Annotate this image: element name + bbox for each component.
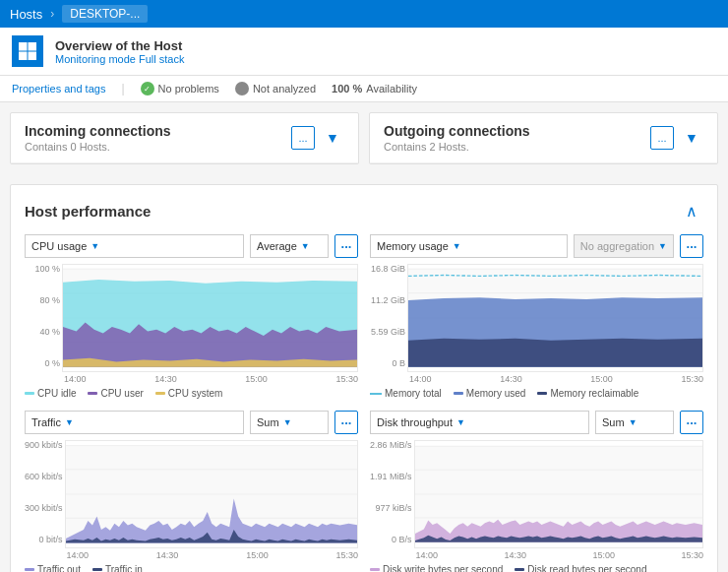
host-mode: Monitoring mode Full stack: [55, 53, 184, 65]
outgoing-info: Outgoing connections Contains 2 Hosts.: [384, 123, 530, 153]
cpu-agg-arrow: ▼: [301, 241, 310, 251]
outgoing-collapse-button[interactable]: ▼: [680, 126, 703, 150]
traffic-chart-wrap: 900 kbit/s 600 kbit/s 300 kbit/s 0 bit/s: [25, 440, 358, 560]
incoming-collapse-button[interactable]: ▼: [321, 126, 344, 150]
charts-grid: CPU usage ▼ Average ▼ ··· 100 % 80 % 40 …: [25, 234, 703, 572]
disk-more-button[interactable]: ···: [680, 411, 703, 434]
perf-header: Host performance ∧: [25, 199, 703, 222]
memory-reclaimable-color: [537, 392, 547, 395]
cpu-select-arrow: ▼: [91, 241, 99, 251]
traffic-out-legend: Traffic out: [25, 564, 81, 572]
disk-y-labels: 2.86 MiB/s 1.91 MiB/s 977 kiB/s 0 B/s: [370, 440, 412, 560]
cpu-chart-wrap: 100 % 80 % 40 % 0 %: [25, 264, 358, 384]
traffic-chart-inner: 14:00 14:30 15:00 15:30: [65, 440, 358, 560]
memory-chart-container: Memory usage ▼ No aggregation ▼ ··· 16.8…: [370, 234, 703, 399]
traffic-in-color: [92, 568, 102, 571]
disk-select-arrow: ▼: [456, 417, 465, 427]
memory-chart-wrap: 16.8 GiB 11.2 GiB 5.59 GiB 0 B: [370, 264, 703, 384]
outgoing-title: Outgoing connections: [384, 123, 530, 139]
traffic-metric-select[interactable]: Traffic ▼: [25, 411, 244, 434]
outgoing-actions: ... ▼: [650, 126, 703, 150]
hosts-title[interactable]: Hosts: [10, 7, 42, 22]
traffic-agg-select[interactable]: Sum ▼: [250, 411, 329, 434]
cpu-system-legend: CPU system: [155, 388, 223, 399]
memory-chart-inner: 14:00 14:30 15:00 15:30: [407, 264, 703, 384]
traffic-chart-controls: Traffic ▼ Sum ▼ ···: [25, 411, 358, 434]
traffic-in-legend: Traffic in: [92, 564, 143, 572]
svg-rect-3: [29, 52, 37, 61]
cpu-user-legend: CPU user: [88, 388, 143, 399]
disk-write-color: [370, 568, 380, 571]
green-dot-icon: [141, 82, 154, 95]
memory-select-arrow: ▼: [453, 241, 461, 251]
top-navigation: Hosts › DESKTOP-...: [0, 0, 728, 28]
disk-agg-select[interactable]: Sum ▼: [595, 411, 674, 434]
cpu-metric-select[interactable]: CPU usage ▼: [25, 234, 244, 258]
cpu-y-labels: 100 % 80 % 40 % 0 %: [25, 264, 60, 384]
outgoing-subtitle: Contains 2 Hosts.: [384, 141, 530, 153]
memory-agg-select[interactable]: No aggregation ▼: [574, 234, 674, 258]
memory-chart-controls: Memory usage ▼ No aggregation ▼ ···: [370, 234, 703, 258]
perf-collapse-button[interactable]: ∧: [680, 199, 703, 222]
disk-x-labels: 14:00 14:30 15:00 15:30: [414, 550, 703, 560]
host-name: Overview of the Host: [55, 38, 184, 53]
cpu-chart-inner: 14:00 14:30 15:00 15:30: [62, 264, 358, 384]
memory-y-labels: 16.8 GiB 11.2 GiB 5.59 GiB 0 B: [370, 264, 405, 384]
host-details: Overview of the Host Monitoring mode Ful…: [55, 38, 184, 65]
cpu-x-labels: 14:00 14:30 15:00 15:30: [62, 374, 358, 384]
traffic-out-color: [25, 568, 34, 571]
incoming-connections-card: Incoming connections Contains 0 Hosts. .…: [10, 112, 359, 164]
svg-rect-1: [29, 42, 37, 51]
status-bar: Properties and tags | No problems Not an…: [0, 76, 728, 102]
memory-x-labels: 14:00 14:30 15:00 15:30: [407, 374, 703, 384]
incoming-subtitle: Contains 0 Hosts.: [25, 141, 171, 153]
traffic-more-button[interactable]: ···: [334, 411, 358, 434]
cpu-system-color: [155, 392, 165, 395]
memory-chart-legend: Memory total Memory used Memory reclaima…: [370, 388, 703, 399]
cpu-agg-select[interactable]: Average ▼: [250, 234, 329, 258]
properties-tags-link[interactable]: Properties and tags: [12, 83, 105, 95]
memory-metric-select[interactable]: Memory usage ▼: [370, 234, 568, 258]
traffic-chart-svg: [65, 440, 358, 548]
host-info-bar: Overview of the Host Monitoring mode Ful…: [0, 28, 728, 76]
cpu-chart-svg: [62, 264, 358, 372]
host-performance-section: Host performance ∧ CPU usage ▼ Average ▼…: [10, 184, 718, 572]
disk-metric-select[interactable]: Disk throughput ▼: [370, 411, 589, 434]
incoming-card-header: Incoming connections Contains 0 Hosts. .…: [11, 113, 358, 163]
disk-chart-controls: Disk throughput ▼ Sum ▼ ···: [370, 411, 703, 434]
traffic-x-labels: 14:00 14:30 15:00 15:30: [65, 550, 358, 560]
svg-rect-2: [19, 52, 28, 61]
outgoing-more-button[interactable]: ...: [650, 126, 674, 150]
disk-agg-arrow: ▼: [629, 417, 637, 427]
perf-title: Host performance: [25, 203, 151, 220]
windows-icon: [12, 35, 43, 67]
svg-rect-0: [19, 42, 28, 51]
no-problems-status: No problems: [141, 82, 219, 95]
gray-dot-icon: [235, 82, 249, 95]
cpu-chart-container: CPU usage ▼ Average ▼ ··· 100 % 80 % 40 …: [25, 234, 358, 399]
traffic-select-arrow: ▼: [65, 417, 74, 427]
incoming-info: Incoming connections Contains 0 Hosts.: [25, 123, 171, 153]
memory-agg-arrow: ▼: [658, 241, 667, 251]
memory-used-legend: Memory used: [454, 388, 526, 399]
disk-chart-svg: [414, 440, 703, 548]
memory-used-color: [454, 392, 463, 395]
availability-status: 100 % Availability: [332, 83, 417, 95]
not-analyzed-status: Not analyzed: [235, 82, 316, 95]
connections-row: Incoming connections Contains 0 Hosts. .…: [10, 112, 718, 174]
svg-marker-19: [408, 339, 702, 367]
breadcrumb-current: DESKTOP-...: [62, 5, 148, 23]
disk-chart-wrap: 2.86 MiB/s 1.91 MiB/s 977 kiB/s 0 B/s: [370, 440, 703, 560]
main-content: Incoming connections Contains 0 Hosts. .…: [0, 102, 728, 572]
cpu-more-button[interactable]: ···: [334, 234, 358, 258]
disk-chart-inner: 14:00 14:30 15:00 15:30: [414, 440, 703, 560]
traffic-agg-arrow: ▼: [283, 417, 292, 427]
incoming-more-button[interactable]: ...: [291, 126, 315, 150]
disk-chart-legend: Disk write bytes per second Disk read by…: [370, 564, 703, 572]
traffic-chart-container: Traffic ▼ Sum ▼ ··· 900 kbit/s 600 kbit/…: [25, 411, 358, 572]
cpu-idle-color: [25, 392, 34, 395]
memory-total-color: [370, 393, 382, 395]
breadcrumb-sep: ›: [50, 7, 54, 21]
memory-more-button[interactable]: ···: [680, 234, 703, 258]
traffic-chart-legend: Traffic out Traffic in: [25, 564, 358, 572]
